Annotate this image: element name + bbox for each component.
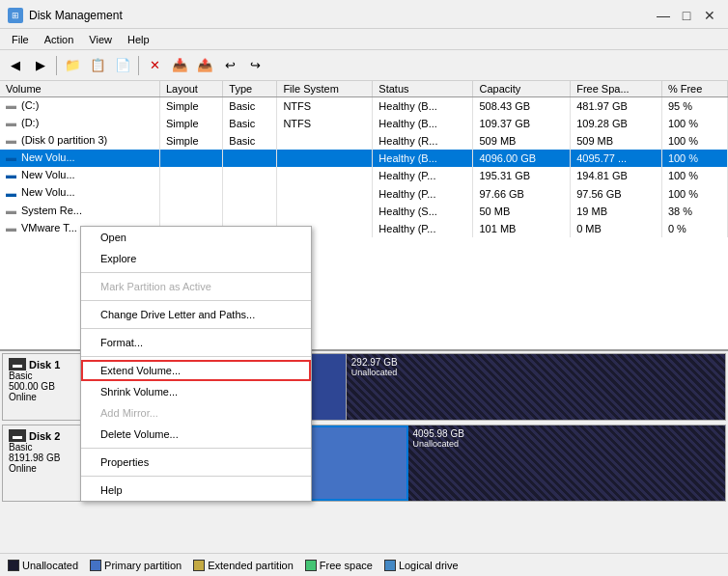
table-cell: Basic: [223, 132, 277, 150]
context-menu-item[interactable]: Help: [81, 480, 311, 501]
table-row[interactable]: (Disk 0 partition 3)SimpleBasicHealthy (…: [0, 132, 728, 150]
table-cell: [159, 167, 222, 184]
legend-free-label: Free space: [320, 560, 373, 571]
table-cell: 481.97 GB: [571, 97, 662, 116]
disk1-size: 500.00 GB: [9, 381, 83, 392]
context-menu-separator: [81, 448, 311, 449]
legend-extended-label: Extended partition: [208, 560, 294, 571]
col-volume: Volume: [0, 81, 159, 97]
table-row[interactable]: (C:)SimpleBasicNTFSHealthy (B...508.43 G…: [0, 97, 728, 116]
disk2-name: Disk 2: [29, 430, 60, 442]
context-menu-item[interactable]: Shrink Volume...: [81, 381, 311, 402]
back-button[interactable]: ◀: [4, 54, 27, 77]
context-menu-item: Mark Partition as Active: [81, 276, 311, 297]
table-cell: 97.66 GB: [473, 184, 571, 202]
table-cell: Healthy (P...: [373, 220, 473, 237]
col-layout: Layout: [159, 81, 222, 97]
context-menu-item[interactable]: Open: [81, 227, 311, 248]
table-row[interactable]: New Volu...Healthy (P...97.66 GB97.56 GB…: [0, 184, 728, 202]
table-row[interactable]: New Volu...Healthy (P...195.31 GB194.81 …: [0, 167, 728, 184]
table-cell: (C:): [0, 97, 159, 116]
commit-button[interactable]: 📤: [193, 54, 216, 77]
legend-logical-box: [384, 560, 396, 571]
disk2-unalloc-detail: Unallocated: [413, 439, 721, 449]
table-row[interactable]: (D:)SimpleBasicNTFSHealthy (B...109.37 G…: [0, 115, 728, 132]
toolbar-sep-2: [138, 56, 139, 75]
disk2-type: Basic: [9, 442, 83, 453]
context-menu-item[interactable]: Explore: [81, 248, 311, 269]
table-cell: Healthy (R...: [373, 132, 473, 150]
context-menu-item[interactable]: Extend Volume...: [81, 360, 311, 381]
legend-primary: Primary partition: [90, 560, 182, 571]
context-menu-item[interactable]: Properties: [81, 452, 311, 473]
table-cell: New Volu...: [0, 150, 159, 167]
main-content: Volume Layout Type File System Status Ca…: [0, 81, 728, 576]
table-cell: [277, 132, 373, 150]
table-cell: 508.43 GB: [473, 97, 571, 116]
table-row[interactable]: System Re...Healthy (S...50 MB19 MB38 %: [0, 203, 728, 220]
disk1-label: ▬ Disk 1 Basic 500.00 GB Online: [3, 354, 90, 420]
context-menu-item[interactable]: Change Drive Letter and Paths...: [81, 304, 311, 325]
context-menu-separator: [81, 476, 311, 477]
menu-help[interactable]: Help: [120, 32, 157, 47]
table-cell: Simple: [159, 132, 222, 150]
context-menu-item[interactable]: Format...: [81, 332, 311, 353]
col-status: Status: [373, 81, 473, 97]
context-menu-item[interactable]: Delete Volume...: [81, 424, 311, 445]
disk1-unallocated[interactable]: 292.97 GB Unallocated: [347, 354, 725, 420]
col-pctfree: % Free: [661, 81, 727, 97]
legend-unalloc-label: Unallocated: [22, 560, 78, 571]
table-cell: 0 MB: [571, 220, 662, 237]
table-cell: 100 %: [661, 184, 727, 202]
table-cell: 100 %: [661, 115, 727, 132]
table-cell: New Volu...: [0, 167, 159, 184]
help-toolbar-button[interactable]: 📄: [111, 54, 134, 77]
legend-primary-label: Primary partition: [104, 560, 182, 571]
context-menu-item: Add Mirror...: [81, 402, 311, 424]
context-menu-separator: [81, 356, 311, 357]
table-cell: [159, 203, 222, 220]
toolbar-sep-1: [56, 56, 57, 75]
maximize-button[interactable]: □: [676, 5, 697, 26]
legend-extended-box: [193, 560, 205, 571]
undo-button[interactable]: ↩: [218, 54, 241, 77]
rescan-button[interactable]: ✕: [143, 54, 166, 77]
table-cell: Healthy (B...: [373, 115, 473, 132]
table-cell: Healthy (S...: [373, 203, 473, 220]
col-freespace: Free Spa...: [571, 81, 662, 97]
toolbar: ◀ ▶ 📁 📋 📄 ✕ 📥 📤 ↩ ↪: [0, 50, 728, 81]
table-cell: System Re...: [0, 203, 159, 220]
disk1-unalloc-size: 292.97 GB: [351, 357, 720, 368]
table-cell: Healthy (P...: [373, 184, 473, 202]
redo-button[interactable]: ↪: [243, 54, 266, 77]
table-cell: 101 MB: [473, 220, 571, 237]
menu-action[interactable]: Action: [37, 32, 82, 47]
disk1-type: Basic: [9, 370, 83, 381]
table-cell: [223, 184, 277, 202]
table-row[interactable]: New Volu...Healthy (B...4096.00 GB4095.7…: [0, 150, 728, 167]
menu-file[interactable]: File: [4, 32, 37, 47]
table-cell: [277, 203, 373, 220]
disk1-status: Online: [9, 392, 83, 402]
disk2-unallocated[interactable]: 4095.98 GB Unallocated: [408, 425, 726, 501]
up-button[interactable]: 📁: [61, 54, 84, 77]
legend-logical-label: Logical drive: [399, 560, 459, 571]
table-cell: Healthy (B...: [373, 97, 473, 116]
menu-view[interactable]: View: [81, 32, 120, 47]
table-cell: [159, 184, 222, 202]
legend-unalloc-box: [8, 560, 19, 571]
legend-primary-box: [90, 560, 101, 571]
col-filesystem: File System: [277, 81, 373, 97]
table-cell: 109.28 GB: [571, 115, 662, 132]
legend-free-box: [305, 560, 317, 571]
table-cell: 109.37 GB: [473, 115, 571, 132]
forward-button[interactable]: ▶: [29, 54, 52, 77]
properties-button[interactable]: 📋: [86, 54, 109, 77]
disk2-size: 8191.98 GB: [9, 453, 83, 463]
cancel-button[interactable]: 📥: [168, 54, 191, 77]
table-cell: 195.31 GB: [473, 167, 571, 184]
table-cell: 100 %: [661, 132, 727, 150]
close-button[interactable]: ✕: [699, 5, 720, 26]
table-cell: New Volu...: [0, 184, 159, 202]
minimize-button[interactable]: —: [653, 5, 674, 26]
